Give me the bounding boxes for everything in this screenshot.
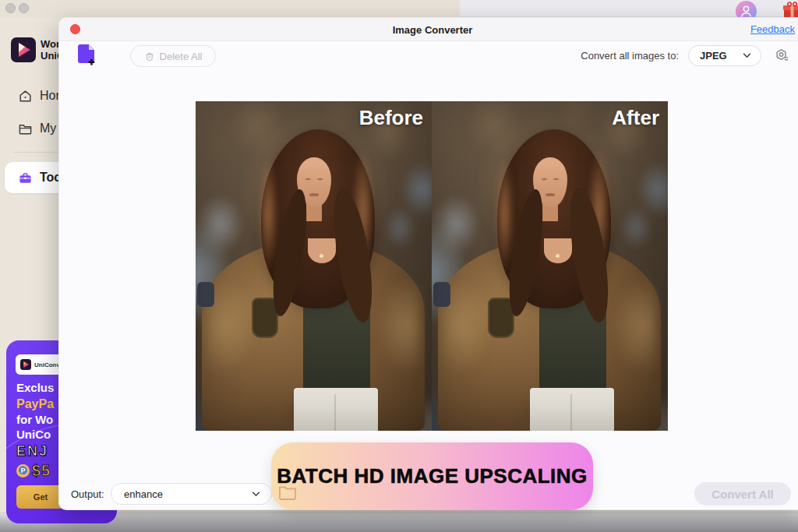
upscaling-promo-ribbon: BATCH HD IMAGE UPSCALING	[271, 442, 593, 510]
promo-line-2: PayPa	[16, 396, 54, 412]
add-file-icon	[76, 44, 97, 66]
background-window-titlebar	[0, 0, 798, 17]
promo-badge-label: UniConv	[34, 361, 60, 368]
traffic-light-close-inactive[interactable]	[5, 3, 16, 13]
desktop-strip	[0, 513, 798, 532]
promo-text-block: Exclus PayPa for Wo UniCo ENJ P $5	[16, 379, 54, 481]
add-file-button[interactable]	[76, 44, 97, 66]
promo-enjoy-text: ENJ	[16, 442, 54, 460]
uniconverter-logo-icon	[11, 37, 36, 62]
promo-line-4: UniCo	[16, 427, 54, 442]
promo-amount: $5	[32, 462, 51, 480]
window-titlebar: Image Converter Feedback	[59, 18, 798, 41]
gear-icon	[773, 47, 791, 65]
screen: Wor UniC Hor My	[0, 0, 798, 532]
sidebar-item-label: My	[40, 122, 56, 136]
home-icon	[18, 89, 33, 104]
chevron-down-icon	[252, 491, 260, 497]
photo-vignette	[196, 101, 432, 431]
photo-vignette	[432, 101, 668, 431]
traffic-light-minimize-inactive[interactable]	[19, 3, 29, 13]
after-image: After	[432, 101, 668, 431]
promo-line-3: for Wo	[16, 412, 54, 427]
output-value: enhance	[124, 488, 163, 500]
folder-icon	[18, 122, 33, 136]
trash-icon	[144, 51, 155, 62]
format-dropdown[interactable]: JPEG	[688, 45, 761, 66]
chevron-down-icon	[743, 53, 751, 58]
output-dropdown[interactable]: enhance	[111, 483, 272, 505]
after-label: After	[612, 106, 659, 130]
output-label: Output:	[71, 488, 104, 500]
delete-all-button[interactable]: Delete All	[130, 45, 216, 67]
sidebar-item-label: Hor	[40, 89, 60, 103]
paypal-coin-icon: P	[16, 464, 30, 477]
feedback-link[interactable]: Feedback	[750, 23, 795, 35]
format-value: JPEG	[700, 50, 727, 62]
output-folder-icon[interactable]	[278, 485, 297, 500]
before-label: Before	[359, 106, 423, 130]
promo-get-button[interactable]: Get	[16, 485, 65, 509]
upscaling-promo-text: BATCH HD IMAGE UPSCALING	[277, 464, 588, 488]
promo-amount-row: P $5	[16, 460, 54, 481]
promo-brand-logo-icon	[20, 359, 31, 370]
convert-all-button[interactable]: Convert All	[694, 482, 791, 506]
format-settings-button[interactable]	[773, 47, 791, 65]
convert-to-label: Convert all images to:	[581, 50, 679, 62]
window-title: Image Converter	[59, 24, 798, 36]
before-image: Before	[196, 101, 432, 431]
image-converter-window: Image Converter Feedback Delete All Conv…	[58, 17, 798, 510]
toolbox-icon	[18, 171, 33, 185]
delete-all-label: Delete All	[160, 51, 203, 62]
promo-line-1: Exclus	[16, 379, 54, 396]
